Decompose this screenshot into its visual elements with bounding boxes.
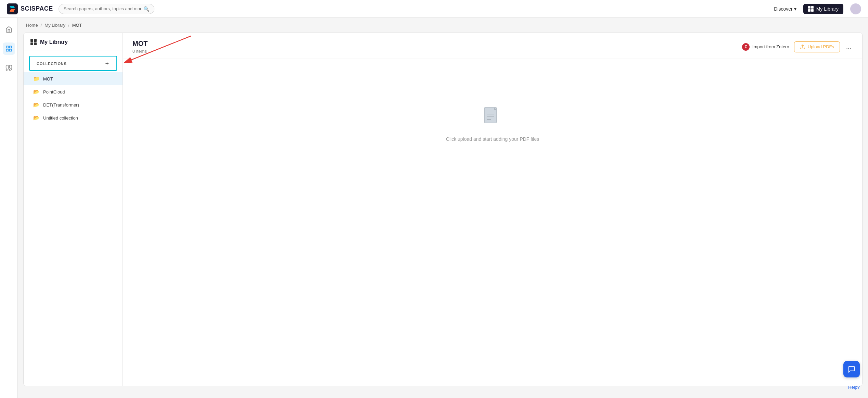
upload-icon [800,44,805,50]
collections-section: COLLECTIONS + [24,50,123,71]
breadcrumb-sep2: / [68,23,69,28]
avatar[interactable] [850,3,861,14]
chat-icon [848,365,855,373]
discover-label: Discover [774,6,792,12]
search-bar[interactable]: 🔍 [59,4,154,14]
left-panel: My Library COLLECTIONS + 📁 MOT 📂 [24,33,123,386]
navbar-left: SCISPACE 🔍 [7,3,154,14]
collection-name-det: DET(Transformer) [43,102,79,108]
right-title: MOT [132,40,148,48]
svg-rect-4 [9,46,11,48]
collection-item-det[interactable]: 📂 DET(Transformer) [24,98,123,111]
import-zotero-button[interactable]: Z Import from Zotero [742,43,789,51]
add-collection-button[interactable]: + [104,61,110,67]
navbar: SCISPACE 🔍 Discover ▾ My Library [0,0,868,18]
help-link[interactable]: Help? [848,385,860,390]
breadcrumb-home[interactable]: Home [26,23,38,28]
file-icon [484,107,501,131]
folder-filled-icon: 📁 [33,76,40,82]
collection-name-untitled: Untitled collection [43,115,78,121]
discover-button[interactable]: Discover ▾ [774,6,796,12]
more-options-button[interactable]: ... [845,42,853,52]
upload-pdfs-button[interactable]: Upload PDFs [794,41,840,52]
grid-icon [30,39,37,45]
library-grid-icon [808,6,814,12]
logo-text: SCISPACE [21,5,53,12]
empty-file-svg [484,107,501,127]
collection-item-pointcloud[interactable]: 📂 PointCloud [24,85,123,98]
left-sidebar [0,18,18,398]
upload-pdfs-label: Upload PDFs [808,44,834,49]
svg-rect-6 [9,49,11,51]
empty-text: Click upload and start adding your PDF f… [446,136,539,142]
sidebar-icon-home[interactable] [3,23,15,36]
collection-list: 📁 MOT 📂 PointCloud 📂 DET(Transformer) 📂 … [24,71,123,126]
logo[interactable]: SCISPACE [7,3,53,14]
my-library-button[interactable]: My Library [803,4,843,14]
logo-icon [7,3,18,14]
folder-icon-det: 📂 [33,102,40,108]
right-panel: MOT 0 items Z Import from Zotero [123,33,862,386]
folder-icon-pointcloud: 📂 [33,89,40,95]
collection-name-pointcloud: PointCloud [43,89,65,95]
discover-chevron-icon: ▾ [794,6,796,12]
content-wrapper: My Library COLLECTIONS + 📁 MOT 📂 [23,33,863,386]
library-title: My Library [40,39,68,45]
breadcrumb-sep1: / [41,23,42,28]
library-header: My Library [24,33,123,50]
collection-name-mot: MOT [43,76,53,82]
content-area: My Library COLLECTIONS + 📁 MOT 📂 [23,33,863,386]
zotero-icon: Z [742,43,750,51]
svg-rect-3 [6,46,8,48]
search-input[interactable] [64,6,141,11]
import-zotero-label: Import from Zotero [752,44,789,49]
collections-header: COLLECTIONS + [29,56,117,71]
breadcrumb: Home / My Library / MOT [18,18,868,33]
folder-icon-untitled: 📂 [33,115,40,121]
right-actions: Z Import from Zotero Upload PDFs ... [742,41,853,52]
breadcrumb-library[interactable]: My Library [44,23,65,28]
empty-state: Click upload and start adding your PDF f… [123,59,862,189]
chat-button[interactable] [843,361,860,377]
right-header: MOT 0 items Z Import from Zotero [123,33,862,59]
collection-item-untitled[interactable]: 📂 Untitled collection [24,111,123,124]
collections-label: COLLECTIONS [37,62,67,66]
navbar-right: Discover ▾ My Library [774,3,861,14]
my-library-label: My Library [816,6,839,12]
breadcrumb-current: MOT [72,23,82,28]
main-wrapper: Home / My Library / MOT My [18,18,868,398]
svg-rect-5 [6,49,8,51]
right-count: 0 items [132,49,148,54]
sidebar-icon-quotes[interactable] [3,62,15,74]
collection-item-mot[interactable]: 📁 MOT [24,72,123,85]
library-grid-icon [30,39,37,45]
right-title-area: MOT 0 items [132,40,148,54]
search-icon[interactable]: 🔍 [143,6,149,12]
sidebar-icon-library[interactable] [3,42,15,55]
